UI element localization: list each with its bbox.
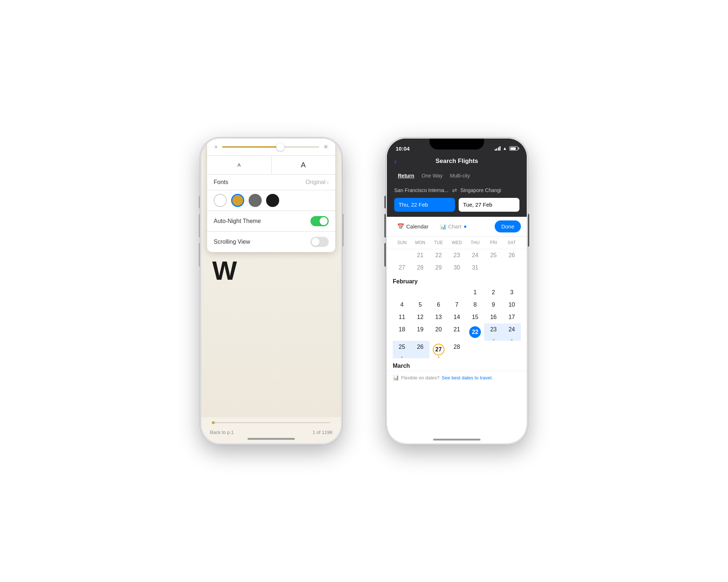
notch-2 [430,139,484,150]
cal-tab-chart[interactable]: 📊 Chart [436,221,471,232]
power-button-2[interactable] [528,214,529,247]
volume-up-button-2[interactable] [384,214,386,238]
auto-night-toggle[interactable] [310,216,329,226]
font-decrease-button[interactable]: A [207,156,272,174]
fonts-value-row[interactable]: Original › [305,179,329,186]
feb-8[interactable]: 8 [466,299,484,311]
route-from[interactable]: San Francisco Interna... [394,187,448,193]
feb-19[interactable]: 19 [411,323,429,341]
signal-bar-d3 [498,147,499,151]
page-back-label[interactable]: Back to p.1 [210,430,234,435]
feb-13[interactable]: 13 [430,311,448,323]
feb-5[interactable]: 5 [411,299,429,311]
toggle-thumb [320,217,328,225]
feb-7[interactable]: 7 [448,299,466,311]
cal-cell-jan-21[interactable]: 21 [411,249,429,262]
cal-tab-calendar[interactable]: 📅 Calendar [393,221,433,232]
route-to[interactable]: Singapore Changi [460,187,501,193]
cal-cell-jan-23[interactable]: 23 [448,249,466,262]
feb-27[interactable]: 27 [430,341,448,358]
volume-down-button-2[interactable] [384,243,386,267]
brightness-fill [222,146,280,148]
flexible-link[interactable]: See best dates to travel. [442,375,493,380]
theme-gray[interactable] [249,194,262,207]
feb-6[interactable]: 6 [430,299,448,311]
done-button[interactable]: Done [495,220,521,232]
feb-25[interactable]: 25 [393,341,411,358]
price-dot-27 [438,356,439,358]
reader-big-letter: W [212,258,237,284]
progress-area [201,417,341,428]
tab-one-way[interactable]: One Way [418,171,446,180]
swap-icon[interactable]: ⇄ [452,187,457,194]
cal-cell-jan-30[interactable]: 30 [448,262,466,274]
signal-bars-dark [495,146,501,151]
departure-date-field[interactable]: Thu, 22 Feb [394,198,455,212]
font-increase-button[interactable]: A [272,156,336,174]
flights-back-button[interactable]: ‹ [394,157,397,166]
tab-multi-city[interactable]: Multi-city [446,171,474,180]
feb-26[interactable]: 26 [411,341,429,358]
feb-18[interactable]: 18 [393,323,411,341]
mute-button[interactable] [199,196,200,208]
flexible-text: Flexible on dates? [401,375,440,380]
chevron-right-icon: › [327,179,329,185]
theme-black[interactable] [266,194,279,207]
feb-10[interactable]: 10 [503,299,521,311]
scrolling-toggle[interactable] [310,237,329,247]
feb-12[interactable]: 12 [411,311,429,323]
return-date-field[interactable]: Tue, 27 Feb [459,198,519,212]
brightness-track[interactable] [222,146,319,148]
chart-notification-dot [464,226,466,228]
feb-16[interactable]: 16 [484,311,502,323]
feb-empty-3 [430,286,448,299]
feb-22[interactable]: 22 [466,323,484,341]
cal-cell-jan-24[interactable]: 24 [466,249,484,262]
mute-button-2[interactable] [384,196,386,208]
cal-cell-jan-22[interactable]: 22 [430,249,448,262]
cal-cell-jan-26[interactable]: 26 [503,249,521,262]
volume-down-button[interactable] [199,243,200,267]
feb-3[interactable]: 3 [503,286,521,299]
feb-empty-2 [411,286,429,299]
feb-15[interactable]: 15 [466,311,484,323]
signal-bar-d1 [495,149,496,151]
feb-23[interactable]: 23 [484,323,502,341]
feb-20[interactable]: 20 [430,323,448,341]
theme-sepia[interactable] [231,194,244,207]
cal-cell-jan-28[interactable]: 28 [411,262,429,274]
brightness-thumb[interactable] [276,143,284,151]
feb-empty-end-2 [484,341,502,358]
cal-cell-jan-25[interactable]: 25 [484,249,502,262]
cal-cell-jan-27[interactable]: 27 [393,262,411,274]
feb-21[interactable]: 21 [448,323,466,341]
scrolling-toggle-thumb [312,238,320,246]
feb-2[interactable]: 2 [484,286,502,299]
progress-track [212,422,330,423]
cal-cell-jan-31[interactable]: 31 [466,262,484,274]
feb-9[interactable]: 9 [484,299,502,311]
cal-calendar-label: Calendar [406,223,428,230]
feb-24[interactable]: 24 [503,323,521,341]
feb-28[interactable]: 28 [448,341,466,358]
status-time-dark: 10:04 [396,146,410,152]
volume-up-button[interactable] [199,214,200,238]
theme-white[interactable] [214,194,227,207]
home-indicator-wrap-dark [387,435,527,443]
feb-empty-1 [393,286,411,299]
feb-14[interactable]: 14 [448,311,466,323]
weekday-fri: FRI [484,239,502,247]
tab-return[interactable]: Return [394,171,418,180]
power-button[interactable] [342,214,344,247]
feb-4[interactable]: 4 [393,299,411,311]
return-date: Tue, 27 Feb [463,202,492,208]
signal-bar-d2 [496,148,497,151]
feb-11[interactable]: 11 [393,311,411,323]
february-label: February [387,274,527,286]
feb-1[interactable]: 1 [466,286,484,299]
price-dot-24 [511,339,513,340]
feb-17[interactable]: 17 [503,311,521,323]
brightness-sun-small-icon: ☀ [214,144,218,150]
fonts-label: Fonts [214,179,228,186]
cal-cell-jan-29[interactable]: 29 [430,262,448,274]
